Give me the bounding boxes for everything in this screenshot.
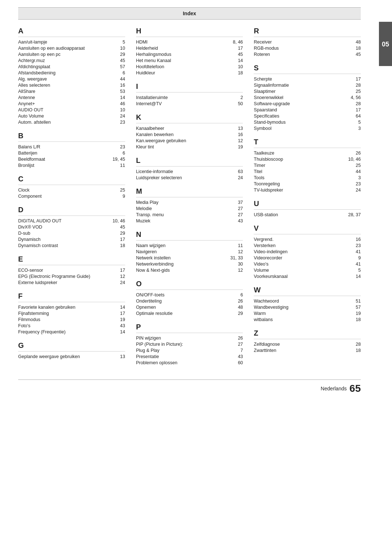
footer-number: 65 — [350, 383, 361, 394]
entry-page: 10, 46 — [346, 157, 361, 162]
section-W: WWachtwoord51Wandbevestiging57Warm19witb… — [254, 286, 361, 323]
list-item: Muziek43 — [136, 218, 243, 224]
list-item: Software-upgrade28 — [254, 101, 361, 107]
entry-name: Opnemen — [136, 305, 229, 310]
entry-page: 6 — [111, 151, 125, 156]
section-A: AAan/uit-lampje5Aansluiten op een audioa… — [18, 27, 125, 125]
list-item: EPG (Electronic Programme Guide)12 — [18, 274, 125, 279]
entry-name: Kanalen bewerken — [136, 132, 229, 137]
entry-name: Clock — [18, 188, 111, 193]
entry-name: Aansluiten op een audioapparaat — [18, 46, 111, 51]
list-item: PIP (Picture in Picture):27 — [136, 341, 243, 347]
list-item: Alg. weergave44 — [18, 76, 125, 82]
entry-name: Timer — [254, 163, 346, 168]
entry-page: 17 — [111, 237, 125, 242]
entry-name: Receiver — [254, 40, 346, 45]
entry-page: 16 — [346, 237, 361, 242]
list-item: Dynamisch contrast18 — [18, 243, 125, 249]
entry-name: Huidkleur — [136, 70, 229, 75]
list-item: Afdichtingsplaat57 — [18, 64, 125, 70]
entries-V: Vergrend.16Versterken23Video-indelingen4… — [254, 237, 361, 279]
list-item: Kleur tint19 — [136, 144, 243, 150]
entry-name: Thuisbioscoop — [254, 157, 346, 162]
list-item: Auto Volume24 — [18, 113, 125, 119]
entries-W: Wachtwoord51Wandbevestiging57Warm19witba… — [254, 298, 361, 323]
entry-page: 27 — [228, 342, 243, 347]
list-item: Frequency (Frequentie)14 — [18, 329, 125, 335]
entry-name: Versterken — [254, 243, 346, 248]
list-item: Autom. afstellen23 — [18, 119, 125, 125]
entry-page: 25 — [346, 163, 361, 168]
entry-name: Afdichtingsplaat — [18, 64, 111, 69]
entry-page: 57 — [111, 64, 125, 69]
list-item: Stand-bymodus5 — [254, 119, 361, 125]
list-item: Netwerkverbinding30 — [136, 261, 243, 267]
entry-page: 26 — [346, 151, 361, 156]
entry-page: 14 — [111, 305, 125, 310]
list-item: Zelfdiagnose28 — [254, 341, 361, 347]
entry-page: 14 — [228, 58, 243, 63]
entry-page: 5 — [111, 40, 125, 45]
list-item: Component9 — [18, 193, 125, 199]
entry-page: 24 — [111, 280, 125, 285]
entry-name: ON/OFF-toets — [136, 292, 229, 297]
entry-page: 51 — [346, 299, 361, 304]
entry-name: Batterijen — [18, 151, 111, 156]
letter-B: B — [18, 132, 125, 142]
section-U: UUSB-station28, 37 — [254, 200, 361, 218]
entries-O: ON/OFF-toets6Ondertiteling26Opnemen48Opt… — [136, 292, 243, 316]
list-item: Filmmodus19 — [18, 317, 125, 323]
list-item: Warm19 — [254, 311, 361, 316]
entry-page: 30 — [228, 262, 243, 267]
entry-name: Het menu Kanaal — [136, 58, 229, 63]
list-item: Geplande weergave gebruiken13 — [18, 354, 125, 360]
entries-N: Naam wijzigen11Navigeren12Netwerk instel… — [136, 243, 243, 273]
list-item: Videorecorder9 — [254, 255, 361, 261]
entry-name: Media Play — [136, 200, 229, 205]
list-item: Installatieruimte2 — [136, 95, 243, 100]
list-item: Tools3 — [254, 175, 361, 181]
footer-lang: Nederlands — [321, 386, 347, 391]
entry-name: Navigeren — [136, 249, 229, 254]
entry-name: EPG (Electronic Programme Guide) — [18, 274, 111, 279]
entry-name: Installatieruimte — [136, 95, 229, 100]
section-K: KKanaalbeheer13Kanalen bewerken16Kan.wee… — [136, 113, 243, 150]
list-item: AUDIO OUT10 — [18, 107, 125, 113]
letter-T: T — [254, 138, 361, 148]
list-item: Navigeren12 — [136, 249, 243, 255]
entry-page: 19 — [346, 311, 361, 316]
entries-K: Kanaalbeheer13Kanalen bewerken16Kan.weer… — [136, 126, 243, 150]
letter-U: U — [254, 200, 361, 210]
entry-name: Muziek — [136, 218, 229, 223]
list-item: Bronlijst11 — [18, 163, 125, 168]
entry-name: Stand-bymodus — [254, 120, 346, 125]
list-item: Batterijen6 — [18, 150, 125, 156]
entry-name: Geplande weergave gebruiken — [18, 354, 111, 359]
entry-page: 17 — [346, 77, 361, 82]
entry-name: Naam wijzigen — [136, 243, 229, 248]
entry-name: Voorkeurskanaal — [254, 274, 346, 279]
entry-name: Slaaptimer — [254, 89, 346, 94]
entry-name: Zwarttinten — [254, 348, 346, 353]
entry-page: 4, 56 — [346, 95, 361, 100]
list-item: Externe luidspreker24 — [18, 280, 125, 286]
entries-R: Receiver48RGB-modus18Roteren45 — [254, 39, 361, 57]
list-item: Alles selecteren16 — [18, 82, 125, 88]
list-item: ON/OFF-toets6 — [136, 292, 243, 298]
entry-page: 60 — [228, 360, 243, 365]
entry-name: Filmmodus — [18, 317, 111, 322]
entry-page: 23 — [111, 144, 125, 149]
letter-Z: Z — [254, 329, 361, 339]
list-item: Melodie27 — [136, 206, 243, 212]
entry-page: 26 — [228, 336, 243, 341]
entry-page: 10, 46 — [111, 218, 125, 223]
columns-container: AAan/uit-lampje5Aansluiten op een audioa… — [18, 27, 361, 372]
entry-name: Plug & Play — [136, 348, 229, 353]
list-item: Huidkleur18 — [136, 70, 243, 76]
entry-page: 50 — [228, 101, 243, 106]
list-item: Spaarstand17 — [254, 107, 361, 113]
entry-name: Favoriete kanalen gebruiken — [18, 305, 111, 310]
entry-name: Video's — [254, 262, 346, 267]
entry-page: 17 — [111, 268, 125, 273]
section-M: MMedia Play37Melodie27Transp. menu27Muzi… — [136, 187, 243, 224]
